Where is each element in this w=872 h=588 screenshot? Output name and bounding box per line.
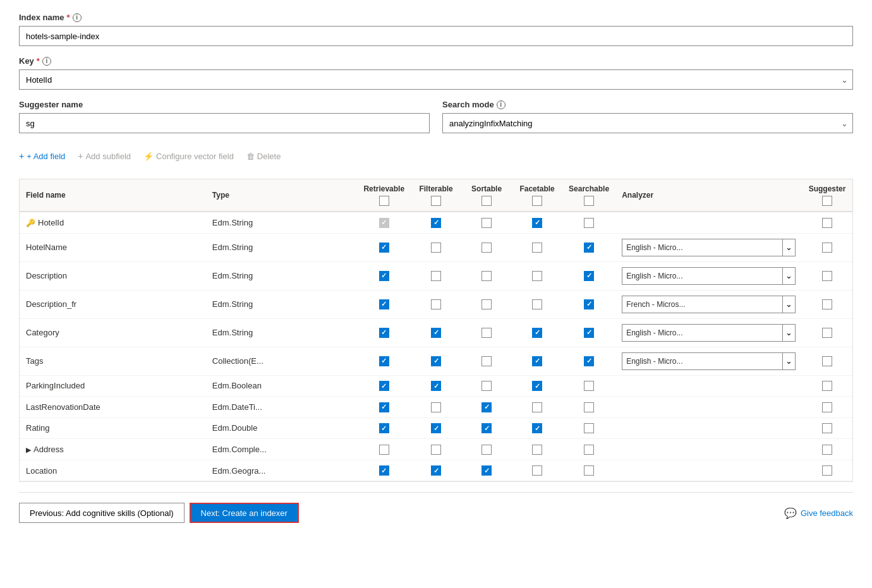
row-checkbox[interactable] (822, 423, 832, 433)
row-checkbox[interactable] (379, 402, 389, 412)
analyzer-chevron-icon[interactable]: ⌄ (782, 353, 795, 369)
row-checkbox[interactable] (481, 243, 492, 253)
row-checkbox[interactable] (532, 271, 542, 281)
row-checkbox[interactable] (532, 402, 542, 412)
row-checkbox[interactable] (431, 218, 441, 228)
sortable-cell (461, 212, 512, 233)
analyzer-select[interactable]: French - Micros...⌄ (622, 296, 796, 313)
row-checkbox[interactable] (481, 328, 492, 338)
delete-button[interactable]: 🗑 Delete (246, 149, 281, 164)
row-checkbox[interactable] (584, 299, 594, 309)
row-checkbox[interactable] (379, 299, 389, 309)
suggester-all-checkbox[interactable] (822, 196, 832, 206)
col-header-type: Type (206, 179, 358, 212)
add-subfield-button[interactable]: + Add subfield (78, 148, 131, 164)
suggester-name-input[interactable] (19, 113, 430, 133)
row-checkbox[interactable] (431, 356, 441, 366)
filterable-all-checkbox[interactable] (431, 196, 441, 206)
row-checkbox[interactable] (584, 243, 594, 253)
row-checkbox[interactable] (822, 402, 832, 412)
row-checkbox[interactable] (584, 381, 594, 391)
prev-button[interactable]: Previous: Add cognitive skills (Optional… (19, 503, 185, 523)
row-checkbox[interactable] (431, 271, 441, 281)
analyzer-select[interactable]: English - Micro...⌄ (622, 352, 796, 370)
row-checkbox[interactable] (584, 423, 594, 433)
row-checkbox[interactable] (481, 402, 492, 412)
row-checkbox[interactable] (481, 465, 492, 476)
search-mode-select[interactable]: analyzingInfixMatching (442, 113, 853, 133)
row-checkbox[interactable] (822, 271, 832, 281)
analyzer-chevron-icon[interactable]: ⌄ (782, 268, 795, 284)
row-checkbox[interactable] (379, 218, 389, 228)
row-checkbox[interactable] (481, 356, 492, 366)
analyzer-chevron-icon[interactable]: ⌄ (782, 296, 795, 313)
analyzer-select[interactable]: English - Micro...⌄ (622, 267, 796, 285)
row-checkbox[interactable] (584, 445, 594, 455)
row-checkbox[interactable] (481, 218, 492, 228)
row-checkbox[interactable] (584, 271, 594, 281)
row-checkbox[interactable] (532, 423, 542, 433)
field-name-text: LastRenovationDate (26, 402, 100, 412)
row-checkbox[interactable] (431, 299, 441, 309)
row-checkbox[interactable] (822, 328, 832, 338)
row-checkbox[interactable] (532, 299, 542, 309)
table-row: LastRenovationDateEdm.DateTi... (20, 397, 852, 418)
row-checkbox[interactable] (822, 243, 832, 253)
row-checkbox[interactable] (431, 243, 441, 253)
next-button[interactable]: Next: Create an indexer (190, 503, 299, 523)
row-checkbox[interactable] (379, 243, 389, 253)
row-checkbox[interactable] (379, 445, 389, 455)
row-checkbox[interactable] (481, 381, 492, 391)
row-checkbox[interactable] (481, 445, 492, 455)
row-checkbox[interactable] (379, 465, 389, 476)
analyzer-select[interactable]: English - Micro...⌄ (622, 239, 796, 256)
row-checkbox[interactable] (379, 328, 389, 338)
suggester-cell (802, 290, 852, 318)
row-checkbox[interactable] (584, 328, 594, 338)
row-checkbox[interactable] (532, 218, 542, 228)
row-checkbox[interactable] (431, 465, 441, 476)
row-checkbox[interactable] (379, 356, 389, 366)
row-checkbox[interactable] (379, 381, 389, 391)
searchable-all-checkbox[interactable] (584, 196, 594, 206)
row-checkbox[interactable] (431, 328, 441, 338)
field-type-cell: Edm.String (206, 290, 358, 318)
analyzer-select[interactable]: English - Micro...⌄ (622, 324, 796, 342)
row-checkbox[interactable] (431, 402, 441, 412)
row-checkbox[interactable] (431, 445, 441, 455)
facetable-all-checkbox[interactable] (532, 196, 542, 206)
index-name-input[interactable] (19, 26, 853, 46)
sortable-all-checkbox[interactable] (481, 196, 492, 206)
analyzer-chevron-icon[interactable]: ⌄ (782, 325, 795, 341)
row-checkbox[interactable] (532, 243, 542, 253)
analyzer-chevron-icon[interactable]: ⌄ (782, 239, 795, 256)
row-checkbox[interactable] (481, 299, 492, 309)
row-checkbox[interactable] (532, 356, 542, 366)
row-checkbox[interactable] (481, 423, 492, 433)
row-checkbox[interactable] (532, 328, 542, 338)
key-select[interactable]: HotelId (19, 69, 853, 90)
row-checkbox[interactable] (584, 356, 594, 366)
row-checkbox[interactable] (431, 381, 441, 391)
row-checkbox[interactable] (379, 271, 389, 281)
row-checkbox[interactable] (822, 218, 832, 228)
add-field-button[interactable]: + + Add field (19, 148, 65, 164)
row-checkbox[interactable] (822, 299, 832, 309)
row-checkbox[interactable] (584, 218, 594, 228)
feedback-link[interactable]: 💬 Give feedback (784, 507, 853, 519)
row-checkbox[interactable] (481, 271, 492, 281)
retrievable-all-checkbox[interactable] (379, 196, 389, 206)
row-checkbox[interactable] (822, 381, 832, 391)
configure-vector-button[interactable]: ⚡ Configure vector field (143, 149, 234, 164)
expand-icon[interactable]: ▶ (26, 446, 31, 454)
row-checkbox[interactable] (379, 423, 389, 433)
row-checkbox[interactable] (532, 465, 542, 476)
row-checkbox[interactable] (532, 445, 542, 455)
row-checkbox[interactable] (431, 423, 441, 433)
row-checkbox[interactable] (584, 465, 594, 476)
row-checkbox[interactable] (822, 465, 832, 476)
row-checkbox[interactable] (532, 381, 542, 391)
row-checkbox[interactable] (822, 445, 832, 455)
row-checkbox[interactable] (584, 402, 594, 412)
row-checkbox[interactable] (822, 356, 832, 366)
